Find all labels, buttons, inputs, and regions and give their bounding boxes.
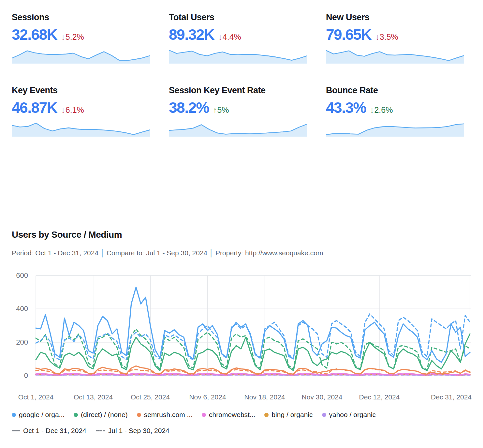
dashed-line-icon bbox=[96, 430, 105, 431]
kpi-delta: ↓6.1% bbox=[61, 105, 84, 115]
x-axis-tick: Oct 25, 2024 bbox=[131, 393, 170, 401]
kpi-value: 32.68K bbox=[12, 27, 57, 42]
legend-dot-icon bbox=[137, 413, 141, 417]
down-arrow-icon: ↓ bbox=[61, 105, 65, 114]
legend-item-yahoo-organic[interactable]: yahoo / organic bbox=[322, 411, 376, 419]
legend-dot-icon bbox=[202, 413, 206, 417]
down-arrow-icon: ↓ bbox=[61, 32, 65, 41]
legend-dot-icon bbox=[322, 413, 326, 417]
kpi-card-bounce-rate: Bounce Rate 43.3% ↓2.6% bbox=[326, 85, 464, 137]
legend-item-direct-none[interactable]: (direct) / (none) bbox=[74, 411, 128, 419]
kpi-card-new-users: New Users 79.65K ↓3.5% bbox=[326, 12, 464, 64]
legend-label: google / orga... bbox=[19, 411, 65, 419]
kpi-value: 43.3% bbox=[326, 100, 366, 115]
down-arrow-icon: ↓ bbox=[218, 32, 222, 41]
x-axis-tick: Nov 6, 2024 bbox=[189, 393, 226, 401]
chart-legend-sources: google / orga... (direct) / (none) semru… bbox=[12, 411, 376, 419]
kpi-title: Bounce Rate bbox=[326, 85, 464, 96]
sparkline-chart bbox=[12, 47, 150, 64]
kpi-delta: ↓2.6% bbox=[370, 105, 393, 115]
section-title: Users by Source / Medium bbox=[12, 230, 122, 240]
legend-label: bing / organic bbox=[271, 411, 313, 419]
legend-item-bing-organic[interactable]: bing / organic bbox=[264, 411, 313, 419]
legend-dot-icon bbox=[264, 413, 269, 417]
solid-line-icon bbox=[12, 430, 20, 431]
section-subtitle: Period: Oct 1 - Dec 31, 2024 │ Compare t… bbox=[12, 249, 323, 257]
kpi-title: Total Users bbox=[169, 12, 307, 23]
kpi-card-sessions: Sessions 32.68K ↓5.2% bbox=[12, 12, 150, 64]
kpi-title: Key Events bbox=[12, 85, 150, 96]
legend-label: semrush.com ... bbox=[144, 411, 193, 419]
down-arrow-icon: ↓ bbox=[375, 32, 379, 41]
down-arrow-icon: ↓ bbox=[370, 105, 374, 114]
legend-label: Oct 1 - Dec 31, 2024 bbox=[23, 427, 86, 435]
kpi-value: 89.32K bbox=[169, 27, 214, 42]
kpi-title: Session Key Event Rate bbox=[169, 85, 307, 96]
sparkline-chart bbox=[326, 47, 464, 64]
x-axis-tick: Dec 12, 2024 bbox=[359, 393, 400, 401]
kpi-delta: ↑5% bbox=[213, 105, 229, 115]
analytics-dashboard: Sessions 32.68K ↓5.2% Total Users 89.32K… bbox=[0, 0, 483, 448]
kpi-value: 46.87K bbox=[12, 100, 57, 115]
kpi-title: New Users bbox=[326, 12, 464, 23]
sparkline-chart bbox=[169, 47, 307, 64]
kpi-card-key-events: Key Events 46.87K ↓6.1% bbox=[12, 85, 150, 137]
x-axis-tick: Nov 30, 2024 bbox=[302, 393, 343, 401]
x-axis-tick: Oct 13, 2024 bbox=[74, 393, 113, 401]
chart-legend-periods: Oct 1 - Dec 31, 2024 Jul 1 - Sep 30, 202… bbox=[12, 427, 169, 435]
kpi-title: Sessions bbox=[12, 12, 150, 23]
legend-item-semrush[interactable]: semrush.com ... bbox=[137, 411, 193, 419]
legend-dot-icon bbox=[74, 413, 78, 417]
legend-dot-icon bbox=[12, 413, 16, 417]
x-axis-tick: Nov 18, 2024 bbox=[244, 393, 285, 401]
sparkline-chart bbox=[169, 120, 307, 137]
legend-item-google-organic[interactable]: google / orga... bbox=[12, 411, 65, 419]
legend-label: Jul 1 - Sep 30, 2024 bbox=[108, 427, 169, 435]
up-arrow-icon: ↑ bbox=[213, 105, 217, 114]
legend-item-previous-period[interactable]: Jul 1 - Sep 30, 2024 bbox=[96, 427, 169, 435]
kpi-value: 79.65K bbox=[326, 27, 371, 42]
legend-label: yahoo / organic bbox=[329, 411, 376, 419]
kpi-delta: ↓5.2% bbox=[61, 32, 84, 42]
legend-label: (direct) / (none) bbox=[81, 411, 128, 419]
legend-label: chromewebst... bbox=[209, 411, 255, 419]
sparkline-chart bbox=[326, 120, 464, 137]
kpi-delta: ↓4.4% bbox=[218, 32, 241, 42]
kpi-delta: ↓3.5% bbox=[375, 32, 398, 42]
legend-item-chromewebstore[interactable]: chromewebst... bbox=[202, 411, 255, 419]
legend-item-current-period[interactable]: Oct 1 - Dec 31, 2024 bbox=[12, 427, 86, 435]
x-axis-tick: Oct 1, 2024 bbox=[18, 393, 54, 401]
x-axis-tick: Dec 31, 2024 bbox=[431, 393, 472, 401]
kpi-value: 38.2% bbox=[169, 100, 209, 115]
kpi-card-session-key-event-rate: Session Key Event Rate 38.2% ↑5% bbox=[169, 85, 307, 137]
line-chart bbox=[0, 267, 483, 408]
sparkline-chart bbox=[12, 120, 150, 137]
kpi-card-total-users: Total Users 89.32K ↓4.4% bbox=[169, 12, 307, 64]
